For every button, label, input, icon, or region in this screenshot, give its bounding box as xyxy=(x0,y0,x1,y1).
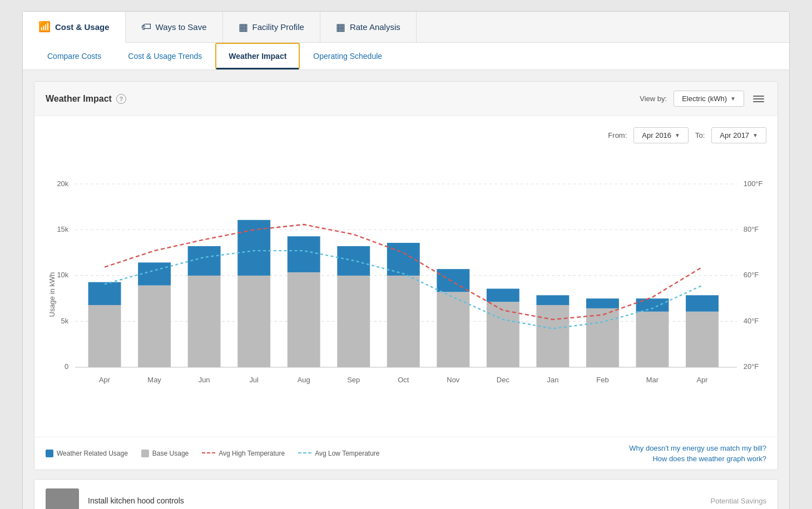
tab-facility-profile[interactable]: ▦ Facility Profile xyxy=(223,12,320,42)
sub-tab-weather-impact[interactable]: Weather Impact xyxy=(215,43,300,69)
chart-header: Weather Impact ? View by: Electric (kWh)… xyxy=(34,82,778,116)
svg-text:Mar: Mar xyxy=(646,376,659,384)
bar-apr-base xyxy=(88,305,121,367)
chart-svg-container: 20k 15k 10k 5k 0 Usage in kWh 100°F 80°F… xyxy=(46,154,766,431)
legend-avg-low-line xyxy=(298,452,311,454)
bar-jan-weather xyxy=(536,295,569,305)
bar-may-weather xyxy=(138,262,171,285)
main-content: Weather Impact ? View by: Electric (kWh)… xyxy=(23,70,789,509)
ways-to-save-icon: 🏷 xyxy=(141,21,151,33)
view-by-value: Electric (kWh) xyxy=(682,94,727,103)
from-date-value: Apr 2016 xyxy=(642,131,671,139)
bar-apr2-weather xyxy=(686,295,719,311)
bar-nov-weather xyxy=(437,269,469,292)
svg-text:80°F: 80°F xyxy=(744,225,759,233)
bar-may-base xyxy=(138,286,171,367)
to-date-value: Apr 2017 xyxy=(720,131,749,139)
svg-text:Jan: Jan xyxy=(547,376,558,384)
svg-text:Feb: Feb xyxy=(596,376,608,384)
bar-jul-base xyxy=(237,276,270,367)
svg-text:5k: 5k xyxy=(61,317,69,325)
bar-aug-weather xyxy=(288,236,320,272)
bar-dec-base xyxy=(487,302,519,367)
legend-base-label: Base Usage xyxy=(152,450,189,457)
bar-jan-base xyxy=(536,305,569,367)
svg-text:Jun: Jun xyxy=(199,376,210,384)
svg-text:100°F: 100°F xyxy=(744,179,763,188)
legend-avg-high: Avg High Temperature xyxy=(202,450,285,457)
chart-body: From: Apr 2016 ▼ To: Apr 2017 ▼ 20 xyxy=(34,116,778,437)
legend-base-usage: Base Usage xyxy=(141,450,189,457)
tab-rate-analysis[interactable]: ▦ Rate Analysis xyxy=(320,12,417,42)
hamburger-menu-icon[interactable] xyxy=(751,93,766,104)
facility-profile-icon: ▦ xyxy=(239,21,248,33)
tab-cost-usage-label: Cost & Usage xyxy=(55,22,110,32)
svg-text:Nov: Nov xyxy=(447,376,460,384)
bar-feb-base xyxy=(586,308,619,367)
to-date-dropdown[interactable]: Apr 2017 ▼ xyxy=(711,127,766,143)
view-by-label: View by: xyxy=(640,94,667,103)
weather-chart-svg: 20k 15k 10k 5k 0 Usage in kWh 100°F 80°F… xyxy=(46,154,766,430)
to-label: To: xyxy=(695,131,705,139)
svg-text:Usage in kWh: Usage in kWh xyxy=(48,272,57,317)
legend-avg-high-label: Avg High Temperature xyxy=(219,450,285,457)
svg-text:0: 0 xyxy=(65,362,68,371)
top-navigation: 📶 Cost & Usage 🏷 Ways to Save ▦ Facility… xyxy=(23,12,789,43)
bottom-card: Install kitchen hood controls Potential … xyxy=(34,479,778,509)
chart-legend: Weather Related Usage Base Usage Avg Hig… xyxy=(34,437,778,470)
svg-text:20k: 20k xyxy=(57,179,68,188)
legend-avg-high-line xyxy=(202,452,215,454)
sub-tab-cost-usage-trends[interactable]: Cost & Usage Trends xyxy=(115,43,215,69)
bar-dec-weather xyxy=(487,289,519,302)
view-by-arrow-icon: ▼ xyxy=(730,96,736,102)
bar-oct-base xyxy=(387,276,420,367)
bar-jun-base xyxy=(188,276,221,367)
bottom-card-savings-label: Potential Savings xyxy=(711,497,766,505)
tab-ways-to-save-label: Ways to Save xyxy=(156,22,207,32)
from-label: From: xyxy=(608,131,627,139)
svg-text:Jul: Jul xyxy=(249,376,259,384)
sub-tab-operating-schedule[interactable]: Operating Schedule xyxy=(300,43,395,69)
weather-impact-card: Weather Impact ? View by: Electric (kWh)… xyxy=(34,81,778,470)
bar-mar-weather xyxy=(636,298,669,312)
chart-title-text: Weather Impact xyxy=(46,94,112,104)
help-icon[interactable]: ? xyxy=(116,94,126,104)
tab-facility-profile-label: Facility Profile xyxy=(252,22,304,32)
bar-sep-base xyxy=(337,276,370,367)
from-date-arrow-icon: ▼ xyxy=(675,132,680,138)
svg-text:40°F: 40°F xyxy=(744,317,759,325)
link-weather-graph[interactable]: How does the weather graph work? xyxy=(652,455,766,463)
tab-ways-to-save[interactable]: 🏷 Ways to Save xyxy=(126,12,223,42)
bar-mar-base xyxy=(636,312,669,367)
tab-rate-analysis-label: Rate Analysis xyxy=(350,22,400,32)
from-date-dropdown[interactable]: Apr 2016 ▼ xyxy=(633,127,689,143)
legend-avg-low-label: Avg Low Temperature xyxy=(315,450,379,457)
svg-text:Oct: Oct xyxy=(398,376,409,384)
cost-usage-icon: 📶 xyxy=(38,21,51,33)
to-date-arrow-icon: ▼ xyxy=(752,132,758,138)
view-by-dropdown[interactable]: Electric (kWh) ▼ xyxy=(674,91,744,107)
legend-base-box xyxy=(141,450,149,457)
tab-cost-usage[interactable]: 📶 Cost & Usage xyxy=(23,12,126,43)
bar-apr2-base xyxy=(686,312,719,367)
rate-analysis-icon: ▦ xyxy=(336,21,345,33)
svg-text:15k: 15k xyxy=(57,225,68,233)
svg-text:Apr: Apr xyxy=(99,376,111,384)
bottom-card-title: Install kitchen hood controls xyxy=(88,496,184,505)
link-energy-bill[interactable]: Why doesn't my energy use match my bill? xyxy=(629,444,766,452)
svg-text:Aug: Aug xyxy=(298,376,310,384)
bar-feb-weather xyxy=(586,298,619,308)
chart-title-area: Weather Impact ? xyxy=(46,94,126,104)
bottom-card-icon xyxy=(46,488,79,509)
chart-links: Why doesn't my energy use match my bill?… xyxy=(629,444,766,463)
sub-tab-compare-costs[interactable]: Compare Costs xyxy=(34,43,115,69)
legend-weather-label: Weather Related Usage xyxy=(57,450,128,457)
svg-text:Dec: Dec xyxy=(497,376,510,384)
chart-controls: View by: Electric (kWh) ▼ xyxy=(640,91,766,107)
legend-weather-box xyxy=(46,450,53,457)
bar-aug-base xyxy=(288,272,320,367)
sub-navigation: Compare Costs Cost & Usage Trends Weathe… xyxy=(23,43,789,70)
bar-nov-base xyxy=(437,292,469,367)
date-range-controls: From: Apr 2016 ▼ To: Apr 2017 ▼ xyxy=(46,127,766,143)
svg-text:May: May xyxy=(147,376,161,384)
